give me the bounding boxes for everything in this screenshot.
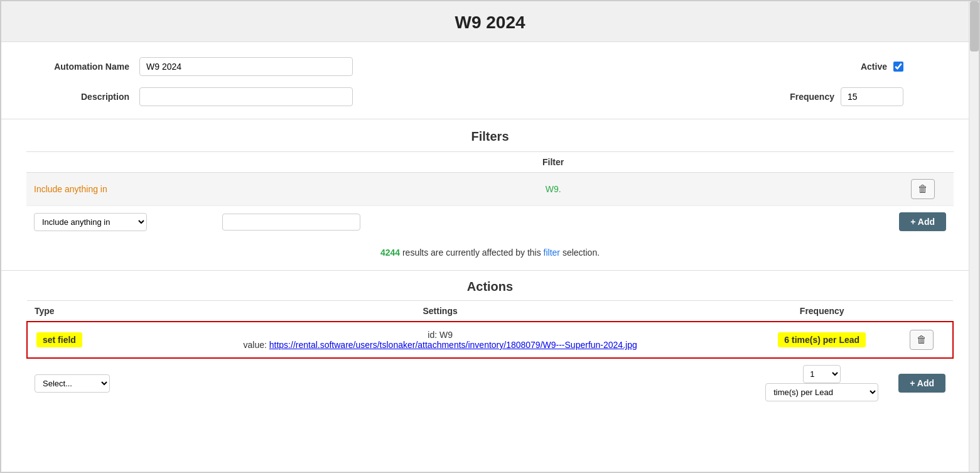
filter-label-text: Include anything in [34,184,107,194]
action-new-type-cell: Select... [27,358,127,408]
results-count: 4244 [380,247,400,258]
filters-table: Filter Include anything in W9. 🗑 Include… [26,151,954,237]
action-new-add-cell: + Add [891,358,953,408]
action-settings-value: value: https://rental.software/users/tsl… [136,340,744,350]
active-checkbox[interactable] [893,62,903,72]
frequency-input[interactable] [841,87,903,106]
filter-new-input-cell [215,206,891,238]
action-delete-cell: 🗑 [891,322,953,358]
filter-existing-label: Include anything in [26,173,215,206]
action-type-select[interactable]: Select... [35,374,110,393]
action-add-button[interactable]: + Add [898,374,945,393]
action-settings-id: id: W9 [136,330,744,340]
frequency-group: Frequency [790,87,941,106]
filter-new-add-cell: + Add [891,206,954,238]
results-info: 4244 results are currently affected by t… [1,237,979,264]
page-title-bar: W9 2024 [1,1,979,42]
results-text-part2: selection. [563,247,600,258]
description-input[interactable] [139,87,353,106]
active-label: Active [861,62,887,72]
actions-section-title: Actions [1,271,979,300]
filter-existing-value: W9. [215,173,891,206]
action-freq-num-select[interactable]: 1 2 3 4 5 6 [803,365,841,383]
action-freq-cell: 6 time(s) per Lead [753,322,891,358]
filter-value-input[interactable] [222,214,360,231]
actions-col-settings: Settings [127,301,753,322]
page-wrapper: W9 2024 Automation Name Active Descripti… [0,0,980,473]
automation-name-label: Automation Name [39,62,139,72]
description-label: Description [39,92,139,102]
scrollbar-track[interactable] [969,1,979,472]
filters-section-title: Filters [1,119,979,151]
action-value-label: value: [244,340,269,350]
actions-col-freq: Frequency [753,301,891,322]
filter-new-row: Include anything in Exclude anything in … [26,206,954,238]
filter-delete-button[interactable]: 🗑 [911,179,935,199]
filter-add-button[interactable]: + Add [899,212,946,231]
automation-name-input[interactable] [139,57,353,76]
description-row: Description Frequency [39,87,941,106]
scrollbar-thumb[interactable] [970,1,979,52]
action-id-value: W9 [439,330,453,340]
action-id-label: id: [428,330,439,340]
action-freq-type-select[interactable]: time(s) per Lead time(s) per Contact [765,383,878,401]
active-group: Active [861,62,941,72]
action-type-badge: set field [36,332,82,347]
filter-col-label [26,152,215,173]
action-new-settings-cell [127,358,753,408]
actions-table: Type Settings Frequency set field id: W9… [26,300,954,408]
action-type-cell: set field [27,322,127,358]
filter-new-select-cell: Include anything in Exclude anything in [26,206,215,238]
automation-name-row: Automation Name Active [39,57,941,76]
filter-existing-row: Include anything in W9. 🗑 [26,173,954,206]
page-title: W9 2024 [1,13,979,33]
actions-col-action [891,301,953,322]
filter-existing-actions: 🗑 [891,173,954,206]
actions-col-type: Type [27,301,127,322]
filter-col-value: Filter [215,152,891,173]
action-delete-button[interactable]: 🗑 [910,330,934,350]
action-new-row: Select... 1 2 3 4 5 6 time(s) per Lead [27,358,953,408]
filter-col-action [891,152,954,173]
action-value-url[interactable]: https://rental.software/users/tslonaker/… [269,340,637,350]
frequency-label: Frequency [790,92,834,102]
results-text-part1: results are currently affected by this [402,247,544,258]
action-highlighted-row: set field id: W9 value: https://rental.s… [27,322,953,358]
action-freq-badge: 6 time(s) per Lead [778,332,866,347]
form-area: Automation Name Active Description Frequ… [1,42,979,106]
action-new-freq-cell: 1 2 3 4 5 6 time(s) per Lead time(s) per… [753,358,891,408]
results-filter-link: filter [544,247,560,258]
filter-type-select[interactable]: Include anything in Exclude anything in [34,213,147,231]
action-settings-cell: id: W9 value: https://rental.software/us… [127,322,753,358]
